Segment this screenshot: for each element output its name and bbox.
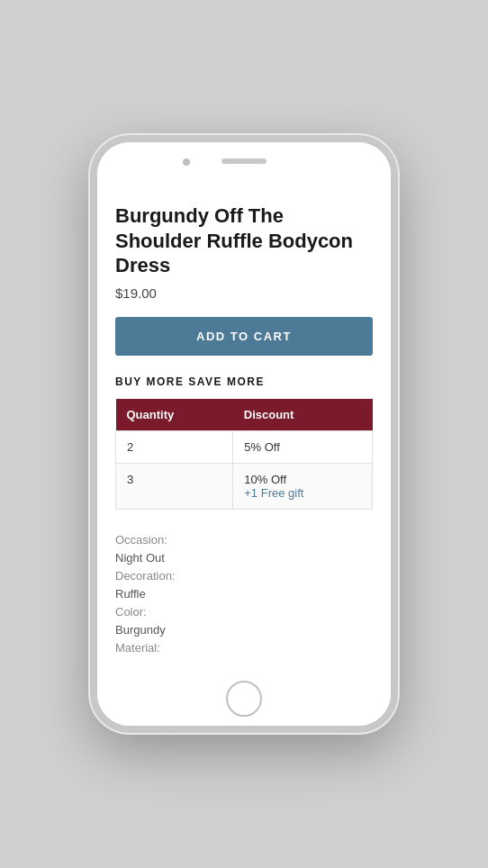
phone-bottom-bar (97, 672, 391, 726)
decoration-label: Decoration: (115, 569, 175, 583)
decoration-row: Decoration: (115, 567, 373, 583)
free-gift-link[interactable]: +1 Free gift (244, 486, 361, 500)
color-value-row: Burgundy (115, 621, 373, 637)
occasion-value-row: Night Out (115, 549, 373, 565)
table-cell-discount-1: 5% Off (233, 430, 373, 463)
table-cell-quantity-1: 2 (116, 430, 233, 463)
discount-text: 10% Off (244, 473, 286, 486)
decoration-value: Ruffle (115, 587, 146, 601)
phone-content-area: Burgundy Off The Shoulder Ruffle Bodycon… (97, 189, 391, 672)
table-cell-quantity-2: 3 (116, 463, 233, 509)
table-header-discount: Discount (233, 399, 373, 431)
occasion-row: Occasion: (115, 531, 373, 547)
phone-speaker (221, 158, 267, 164)
material-label: Material: (115, 641, 160, 655)
table-cell-discount-2: 10% Off +1 Free gift (233, 463, 373, 509)
product-details: Occasion: Night Out Decoration: Ruffle C… (115, 531, 373, 656)
material-row: Material: (115, 639, 373, 656)
table-header-quantity: Quantity (116, 399, 233, 431)
table-row: 3 10% Off +1 Free gift (116, 463, 373, 509)
discount-table: Quantity Discount 2 5% Off 3 10% Off +1 … (115, 399, 373, 510)
decoration-value-row: Ruffle (115, 585, 373, 601)
add-to-cart-button[interactable]: ADD TO CART (115, 317, 373, 356)
occasion-value: Night Out (115, 551, 165, 565)
product-title: Burgundy Off The Shoulder Ruffle Bodycon… (115, 203, 373, 278)
table-row: 2 5% Off (116, 430, 373, 463)
buy-more-title: BUY MORE SAVE MORE (115, 375, 373, 388)
color-value: Burgundy (115, 623, 166, 637)
phone-camera (183, 158, 190, 166)
color-label: Color: (115, 605, 147, 619)
home-button[interactable] (226, 681, 262, 717)
phone-frame: Burgundy Off The Shoulder Ruffle Bodycon… (90, 135, 398, 733)
occasion-label: Occasion: (115, 533, 167, 547)
phone-top-bar (97, 142, 391, 189)
product-price: $19.00 (115, 285, 373, 301)
color-row: Color: (115, 603, 373, 619)
